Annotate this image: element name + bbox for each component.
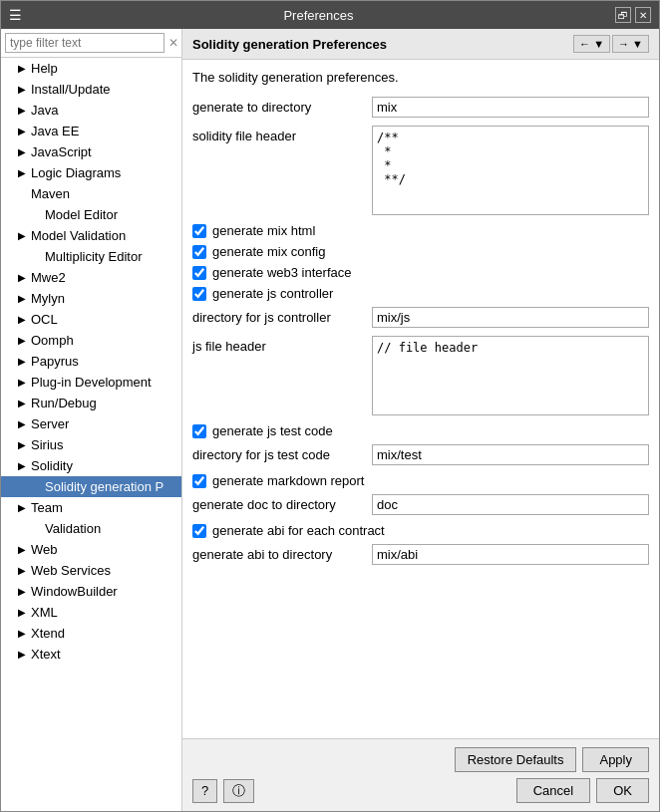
js-file-header-label: js file header <box>192 336 372 354</box>
sidebar-item-label-web-services: Web Services <box>29 563 111 578</box>
sidebar-item-server[interactable]: ▶Server <box>1 413 181 434</box>
arrow-icon-model-validation: ▶ <box>15 230 29 241</box>
sidebar-item-validation[interactable]: Validation <box>1 518 181 539</box>
generate-to-dir-row: generate to directory <box>192 97 649 118</box>
sidebar-item-label-xtext: Xtext <box>29 647 61 662</box>
checkbox-gen-web3-interface: generate web3 interface <box>192 265 649 280</box>
arrow-icon-mwe2: ▶ <box>15 272 29 283</box>
sidebar-item-label-model-validation: Model Validation <box>29 228 126 243</box>
filter-clear-icon[interactable]: ✕ <box>168 36 178 50</box>
arrow-icon-solidity: ▶ <box>15 460 29 471</box>
sidebar-item-solidity[interactable]: ▶Solidity <box>1 455 181 476</box>
checkbox-gen-markdown-report-input[interactable] <box>192 474 206 488</box>
sidebar-item-web[interactable]: ▶Web <box>1 539 181 560</box>
dir-js-controller-input[interactable] <box>372 307 649 328</box>
preferences-dialog: ☰ Preferences 🗗 ✕ ✕ ▶Help▶Install/Update… <box>0 0 660 812</box>
sidebar-item-label-papyrus: Papyrus <box>29 354 79 369</box>
apply-button[interactable]: Apply <box>582 747 649 772</box>
sidebar-item-papyrus[interactable]: ▶Papyrus <box>1 351 181 372</box>
sidebar-item-help[interactable]: ▶Help <box>1 58 181 79</box>
sidebar-item-logic-diagrams[interactable]: ▶Logic Diagrams <box>1 162 181 183</box>
checkbox-gen-mix-config-input[interactable] <box>192 245 206 259</box>
sidebar-item-label-ocl: OCL <box>29 312 58 327</box>
checkbox-gen-js-controller-input[interactable] <box>192 287 206 301</box>
sidebar-item-sirius[interactable]: ▶Sirius <box>1 434 181 455</box>
sidebar-item-label-server: Server <box>29 416 69 431</box>
title-bar-left: ☰ <box>9 7 22 23</box>
sidebar-item-mylyn[interactable]: ▶Mylyn <box>1 288 181 309</box>
gen-doc-dir-label: generate doc to directory <box>192 494 372 512</box>
restore-window-button[interactable]: 🗗 <box>615 7 631 23</box>
sidebar-item-model-validation[interactable]: ▶Model Validation <box>1 225 181 246</box>
sidebar-item-label-install-update: Install/Update <box>29 82 111 97</box>
gen-doc-dir-row: generate doc to directory <box>192 494 649 515</box>
checkbox-gen-markdown-report: generate markdown report <box>192 473 649 488</box>
main-panel-title: Solidity generation Preferences <box>192 37 387 52</box>
sidebar-item-oomph[interactable]: ▶Oomph <box>1 330 181 351</box>
sidebar-item-plug-in-development[interactable]: ▶Plug-in Development <box>1 372 181 393</box>
restore-defaults-button[interactable]: Restore Defaults <box>455 747 577 772</box>
sidebar-item-web-services[interactable]: ▶Web Services <box>1 560 181 581</box>
sidebar-item-label-javascript: JavaScript <box>29 144 92 159</box>
arrow-icon-web: ▶ <box>15 544 29 555</box>
arrow-icon-windowbuilder: ▶ <box>15 586 29 597</box>
sidebar-item-label-team: Team <box>29 500 63 515</box>
close-window-button[interactable]: ✕ <box>635 7 651 23</box>
checkbox-gen-mix-html-input[interactable] <box>192 224 206 238</box>
menu-icon[interactable]: ☰ <box>9 7 22 23</box>
sidebar-item-label-logic-diagrams: Logic Diagrams <box>29 165 121 180</box>
arrow-icon-papyrus: ▶ <box>15 356 29 367</box>
sidebar-item-mwe2[interactable]: ▶Mwe2 <box>1 267 181 288</box>
sidebar-item-install-update[interactable]: ▶Install/Update <box>1 79 181 100</box>
header-nav: ← ▼ → ▼ <box>573 35 649 53</box>
info-button[interactable]: ⓘ <box>223 779 254 803</box>
main-header: Solidity generation Preferences ← ▼ → ▼ <box>182 29 659 60</box>
checkbox-gen-js-test-code-input[interactable] <box>192 424 206 438</box>
filter-input[interactable] <box>5 33 165 53</box>
main-panel: Solidity generation Preferences ← ▼ → ▼ … <box>182 29 659 811</box>
gen-doc-dir-input[interactable] <box>372 494 649 515</box>
checkbox-gen-mix-html: generate mix html <box>192 223 649 238</box>
dir-js-test-input[interactable] <box>372 444 649 465</box>
title-bar: ☰ Preferences 🗗 ✕ <box>1 1 659 29</box>
arrow-icon-mylyn: ▶ <box>15 293 29 304</box>
dir-js-test-label: directory for js test code <box>192 444 372 462</box>
sidebar-item-multiplicity-editor[interactable]: Multiplicity Editor <box>1 246 181 267</box>
sidebar-item-maven[interactable]: Maven <box>1 183 181 204</box>
arrow-icon-run-debug: ▶ <box>15 398 29 408</box>
checkbox-gen-web3-interface-input[interactable] <box>192 266 206 280</box>
gen-abi-dir-input[interactable] <box>372 544 649 565</box>
sidebar-item-team[interactable]: ▶Team <box>1 497 181 518</box>
checkbox-gen-markdown-report-label: generate markdown report <box>212 473 364 488</box>
help-button[interactable]: ? <box>192 779 217 803</box>
sidebar-item-javascript[interactable]: ▶JavaScript <box>1 141 181 162</box>
generate-to-dir-input[interactable] <box>372 97 649 118</box>
sidebar-item-windowbuilder[interactable]: ▶WindowBuilder <box>1 581 181 602</box>
sidebar-item-ocl[interactable]: ▶OCL <box>1 309 181 330</box>
nav-back-button[interactable]: ← ▼ <box>573 35 610 53</box>
sidebar-item-label-xtend: Xtend <box>29 626 65 641</box>
arrow-icon-ocl: ▶ <box>15 314 29 325</box>
cancel-button[interactable]: Cancel <box>516 778 590 803</box>
arrow-icon-plug-in-development: ▶ <box>15 377 29 388</box>
dir-js-test-row: directory for js test code <box>192 444 649 465</box>
sidebar-item-xtend[interactable]: ▶Xtend <box>1 623 181 644</box>
checkbox-gen-abi-contract-input[interactable] <box>192 524 206 538</box>
nav-forward-button[interactable]: → ▼ <box>612 35 649 53</box>
sidebar-item-java[interactable]: ▶Java <box>1 100 181 121</box>
sidebar-item-run-debug[interactable]: ▶Run/Debug <box>1 393 181 413</box>
sidebar-item-xtext[interactable]: ▶Xtext <box>1 644 181 665</box>
arrow-icon-xtext: ▶ <box>15 649 29 660</box>
js-file-header-row: js file header // file header <box>192 336 649 415</box>
checkbox-gen-js-test-code: generate js test code <box>192 423 649 438</box>
sidebar-item-label-multiplicity-editor: Multiplicity Editor <box>43 249 143 264</box>
sidebar-item-xml[interactable]: ▶XML <box>1 602 181 623</box>
ok-button[interactable]: OK <box>596 778 649 803</box>
sidebar-item-java-ee[interactable]: ▶Java EE <box>1 121 181 141</box>
solidity-file-header-textarea[interactable]: /** * * **/ <box>372 126 649 215</box>
sidebar-item-solidity-generation[interactable]: Solidity generation P <box>1 476 181 497</box>
gen-abi-dir-label: generate abi to directory <box>192 544 372 562</box>
arrow-icon-java-ee: ▶ <box>15 126 29 136</box>
js-file-header-textarea[interactable]: // file header <box>372 336 649 415</box>
sidebar-item-model-editor[interactable]: Model Editor <box>1 204 181 225</box>
